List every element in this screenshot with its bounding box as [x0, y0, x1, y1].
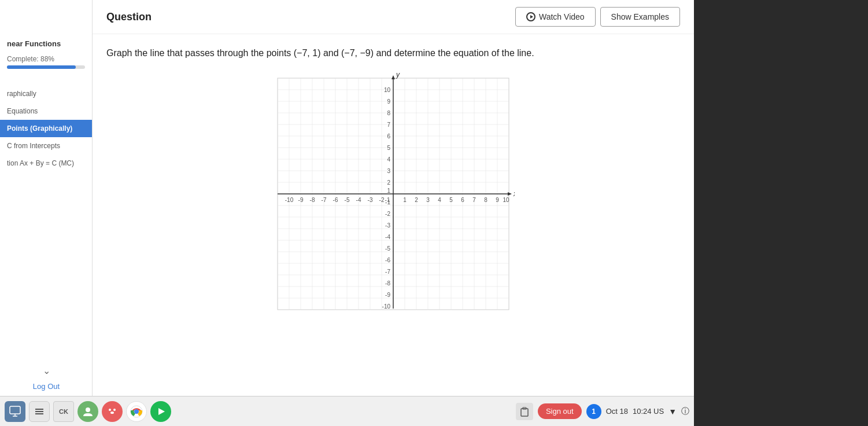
svg-text:2: 2	[415, 197, 418, 203]
clipboard-icon[interactable]	[516, 403, 533, 420]
taskbar-monitor-icon[interactable]	[5, 401, 25, 422]
svg-text:-3: -3	[385, 222, 390, 229]
graph-container[interactable]: -10 -9 -8 -7 -6 -5 -4 -3 -2 -1 1 2 3 4	[106, 72, 680, 321]
svg-text:2: 2	[387, 179, 390, 186]
taskbar-menu-icon[interactable]	[29, 401, 50, 422]
svg-text:10: 10	[384, 87, 391, 93]
svg-text:9: 9	[387, 98, 390, 105]
sidebar-items: raphically Equations Points (Graphically…	[0, 85, 92, 172]
progress-section: Complete: 88%	[0, 53, 92, 76]
svg-text:-4: -4	[385, 234, 390, 240]
svg-marker-40	[508, 192, 512, 196]
svg-text:-9: -9	[298, 197, 304, 203]
sidebar-item-from-intercepts[interactable]: C from Intercepts	[0, 137, 92, 155]
chevron-down-icon[interactable]: ⌄	[0, 365, 93, 376]
main-content: Question Watch Video Show Examples Graph…	[93, 0, 694, 426]
svg-text:-7: -7	[322, 197, 327, 203]
keyboard-area	[694, 0, 868, 426]
info-icon[interactable]: ⓘ	[681, 406, 689, 417]
svg-text:3: 3	[426, 197, 430, 203]
svg-text:5: 5	[387, 145, 390, 151]
sign-out-button[interactable]: Sign out	[538, 403, 582, 419]
svg-marker-98	[158, 408, 165, 415]
svg-text:6: 6	[461, 197, 464, 203]
svg-text:7: 7	[387, 122, 390, 128]
wifi-icon: ▼	[668, 407, 677, 416]
progress-bar-fill	[7, 65, 76, 69]
header: Question Watch Video Show Examples	[93, 0, 694, 34]
coordinate-graph[interactable]: -10 -9 -8 -7 -6 -5 -4 -3 -2 -1 1 2 3 4	[272, 72, 515, 321]
sidebar-item-points-graphically[interactable]: Points (Graphically)	[0, 120, 92, 137]
svg-text:5: 5	[449, 197, 453, 203]
header-buttons: Watch Video Show Examples	[515, 7, 680, 27]
svg-text:x: x	[513, 190, 515, 198]
svg-text:-6: -6	[333, 197, 338, 203]
svg-text:7: 7	[472, 197, 476, 203]
taskbar-chrome-icon[interactable]	[126, 401, 147, 422]
svg-text:-8: -8	[385, 280, 390, 287]
svg-text:-10: -10	[382, 303, 391, 310]
svg-text:-5: -5	[345, 197, 350, 203]
question-area: Graph the line that passes through the p…	[93, 34, 694, 426]
svg-rect-85	[10, 406, 20, 414]
play-circle-icon	[526, 12, 535, 21]
svg-text:4: 4	[438, 197, 441, 203]
user-avatar: 1	[586, 404, 601, 419]
svg-text:8: 8	[387, 110, 390, 116]
svg-text:-2: -2	[385, 211, 390, 217]
svg-point-93	[109, 409, 111, 411]
svg-text:8: 8	[484, 197, 487, 203]
svg-text:-8: -8	[310, 197, 315, 203]
svg-rect-99	[521, 409, 528, 416]
sidebar-title: near Functions	[0, 35, 92, 53]
taskbar-paw-icon[interactable]	[102, 401, 123, 422]
svg-text:10: 10	[503, 197, 509, 203]
taskbar-ck-icon[interactable]: CK	[53, 401, 74, 422]
sidebar-footer: ⌄ Log Out	[0, 365, 93, 391]
svg-text:y: y	[396, 72, 400, 79]
svg-text:1: 1	[403, 197, 407, 203]
page-title: Question	[106, 11, 152, 23]
svg-point-95	[110, 412, 114, 414]
taskbar-user-icon[interactable]	[77, 401, 98, 422]
svg-point-91	[86, 407, 90, 412]
progress-label: Complete: 88%	[7, 55, 54, 63]
svg-text:-10: -10	[285, 197, 294, 203]
svg-text:-4: -4	[356, 197, 361, 203]
question-text: Graph the line that passes through the p…	[106, 46, 557, 61]
svg-text:-1: -1	[385, 199, 390, 205]
sidebar: near Functions Complete: 88% raphically …	[0, 0, 93, 426]
date-display: Oct 18	[606, 407, 628, 416]
svg-text:1: 1	[387, 188, 390, 194]
show-examples-button[interactable]: Show Examples	[600, 7, 680, 27]
svg-text:-5: -5	[385, 245, 390, 252]
log-out-link[interactable]: Log Out	[33, 382, 60, 391]
svg-text:9: 9	[496, 197, 499, 203]
svg-text:-6: -6	[385, 257, 390, 263]
svg-text:6: 6	[387, 133, 390, 139]
sidebar-item-graphically[interactable]: raphically	[0, 85, 92, 102]
taskbar: CK	[0, 396, 694, 426]
svg-point-97	[134, 409, 139, 414]
sidebar-item-ax-by-c[interactable]: tion Ax + By = C (MC)	[0, 155, 92, 172]
svg-text:-3: -3	[368, 197, 373, 203]
svg-point-94	[113, 409, 116, 411]
taskbar-play-icon[interactable]	[150, 401, 171, 422]
svg-marker-42	[391, 75, 395, 79]
progress-bar-container	[7, 65, 85, 69]
svg-text:-9: -9	[385, 292, 390, 298]
svg-text:-2: -2	[379, 197, 385, 203]
svg-text:4: 4	[387, 156, 390, 163]
sidebar-item-equations[interactable]: Equations	[0, 102, 92, 120]
svg-text:-7: -7	[385, 269, 390, 275]
taskbar-right: Sign out 1 Oct 18 10:24 US ▼ ⓘ	[516, 403, 689, 420]
watch-video-button[interactable]: Watch Video	[515, 7, 596, 27]
svg-text:3: 3	[387, 168, 390, 174]
time-display: 10:24 US	[633, 407, 664, 416]
